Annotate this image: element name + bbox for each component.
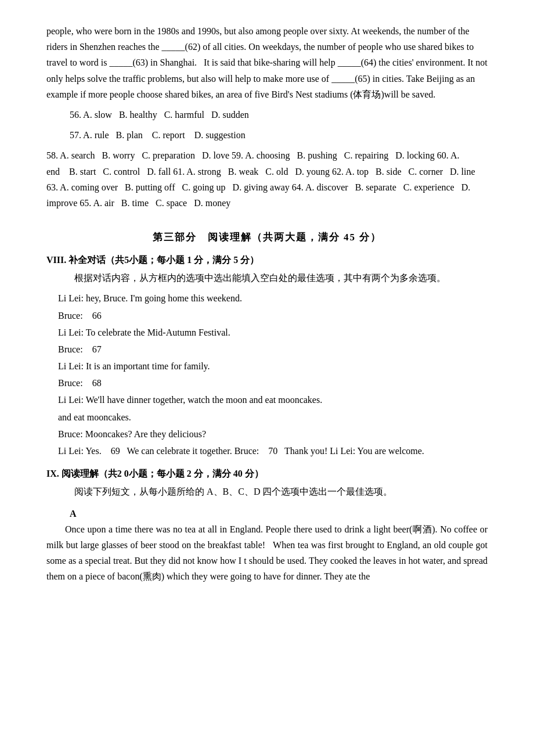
dialogue-line-1: Li Lei: hey, Bruce. I'm going home this … — [58, 290, 488, 306]
dialogue-line-9: Li Lei: Yes. 69 We can celebrate it toge… — [58, 443, 488, 459]
section8-block: VIII. 补全对话（共5小题；每小题 1 分，满分 5 分） 根据对话内容，从… — [46, 252, 488, 286]
dialogue-line-7: Li Lei: We'll have dinner together, watc… — [58, 392, 488, 408]
passage-a-text: Once upon a time there was no tea at all… — [46, 521, 488, 585]
dialogue-line-3: Li Lei: To celebrate the Mid-Autumn Fest… — [58, 325, 488, 340]
dialogue-line-7b: and eat mooncakes. — [58, 409, 488, 425]
q56-text: 56. A. slow B. healthy C. harmful D. sud… — [70, 107, 488, 123]
question-56: 56. A. slow B. healthy C. harmful D. sud… — [70, 107, 488, 123]
section9-instruction: 阅读下列短文，从每小题所给的 A、B、C、D 四个选项中选出一个最佳选项。 — [46, 484, 488, 499]
passage-a-block: A Once upon a time there was no tea at a… — [46, 506, 488, 585]
section9-title: IX. 阅读理解（共2 0小题；每小题 2 分，满分 40 分） — [46, 466, 488, 481]
section3-title: 第三部分 阅读理解（共两大题，满分 45 分） — [153, 232, 381, 243]
question-57: 57. A. rule B. plan C. report D. suggest… — [70, 127, 488, 143]
section9-block: IX. 阅读理解（共2 0小题；每小题 2 分，满分 40 分） 阅读下列短文，… — [46, 466, 488, 499]
sec9-title-text: IX. 阅读理解（共2 0小题；每小题 2 分，满分 40 分） — [46, 469, 264, 478]
dialogue-block: Li Lei: hey, Bruce. I'm going home this … — [58, 290, 488, 459]
passage-a-label-text: A — [70, 509, 77, 519]
dialogue-line-6: Bruce: 68 — [58, 375, 488, 391]
dialogue-line-4: Bruce: 67 — [58, 341, 488, 357]
q57-text: 57. A. rule B. plan C. report D. suggest… — [70, 127, 488, 143]
dialogue-line-2: Bruce: 66 — [58, 308, 488, 323]
section8-instruction: 根据对话内容，从方框内的选项中选出能填入空白处的最佳选项，其中有两个为多余选项。 — [46, 270, 488, 286]
q58-65-text: 58. A. search B. worry C. preparation D.… — [46, 147, 488, 211]
sec8-instruction-text: 根据对话内容，从方框内的选项中选出能填入空白处的最佳选项，其中有两个为多余选项。 — [65, 273, 446, 283]
dialogue-line-8: Bruce: Mooncakes? Are they delicious? — [58, 426, 488, 442]
section3-title-block: 第三部分 阅读理解（共两大题，满分 45 分） — [46, 229, 488, 246]
intro-paragraph: people, who were born in the 1980s and 1… — [46, 23, 488, 102]
passage-a-para: Once upon a time there was no tea at all… — [46, 521, 488, 585]
main-content: people, who were born in the 1980s and 1… — [46, 23, 488, 585]
questions-58-65: 58. A. search B. worry C. preparation D.… — [46, 147, 488, 211]
sec8-title-text: VIII. 补全对话（共5小题；每小题 1 分，满分 5 分） — [46, 255, 259, 265]
dialogue-line-5: Li Lei: It is an important time for fami… — [58, 358, 488, 374]
intro-text: people, who were born in the 1980s and 1… — [46, 23, 488, 102]
passage-a-label: A — [70, 506, 488, 521]
section8-title: VIII. 补全对话（共5小题；每小题 1 分，满分 5 分） — [46, 252, 488, 268]
sec9-instruction-text: 阅读下列短文，从每小题所给的 A、B、C、D 四个选项中选出一个最佳选项。 — [65, 487, 392, 496]
